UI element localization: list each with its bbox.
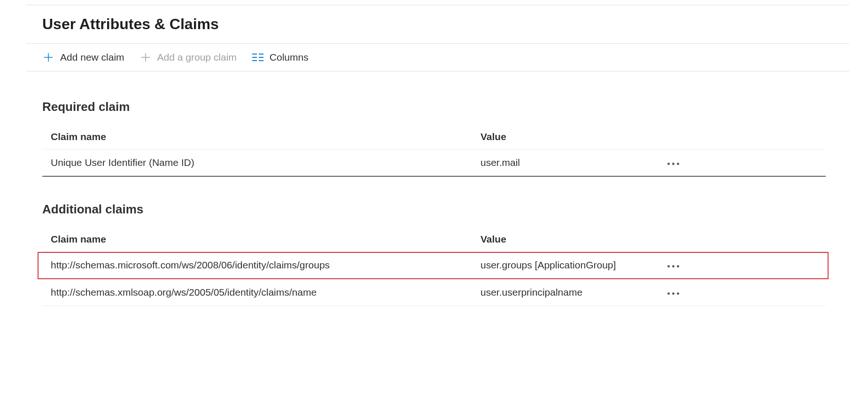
more-icon — [667, 265, 679, 267]
claim-name-cell: Unique User Identifier (Name ID) — [51, 157, 480, 168]
columns-button[interactable]: Columns — [252, 51, 309, 63]
column-header-value: Value — [480, 131, 659, 142]
add-group-claim-label: Add a group claim — [157, 52, 237, 63]
column-header-value: Value — [480, 234, 659, 245]
add-new-claim-button[interactable]: Add new claim — [42, 51, 124, 63]
row-more-button[interactable] — [664, 287, 683, 298]
column-header-claim-name: Claim name — [51, 131, 480, 142]
add-new-claim-label: Add new claim — [60, 52, 124, 63]
claim-value-cell: user.groups [ApplicationGroup] — [480, 259, 659, 271]
more-icon — [667, 292, 679, 295]
columns-label: Columns — [270, 52, 309, 63]
row-more-button[interactable] — [664, 260, 683, 271]
claim-value-cell: user.mail — [480, 157, 659, 168]
toolbar: Add new claim Add a group claim — [42, 51, 849, 63]
add-group-claim-button: Add a group claim — [140, 51, 237, 63]
table-row[interactable]: Unique User Identifier (Name ID) user.ma… — [42, 149, 826, 177]
table-row[interactable]: http://schemas.xmlsoap.org/ws/2005/05/id… — [42, 279, 826, 306]
plus-icon — [140, 51, 152, 63]
columns-icon — [252, 51, 264, 63]
plus-icon — [42, 51, 54, 63]
table-row[interactable]: http://schemas.microsoft.com/ws/2008/06/… — [38, 252, 829, 279]
required-claim-section: Required claim Claim name Value Unique U… — [42, 100, 826, 177]
claim-name-cell: http://schemas.xmlsoap.org/ws/2005/05/id… — [51, 287, 480, 298]
page-title: User Attributes & Claims — [0, 5, 868, 43]
column-header-claim-name: Claim name — [51, 234, 480, 245]
required-claim-title: Required claim — [42, 100, 826, 114]
claim-name-cell: http://schemas.microsoft.com/ws/2008/06/… — [51, 259, 480, 271]
more-icon — [667, 163, 679, 165]
row-more-button[interactable] — [664, 157, 683, 168]
claim-value-cell: user.userprincipalname — [480, 287, 659, 298]
additional-claims-title: Additional claims — [42, 202, 826, 217]
additional-claims-section: Additional claims Claim name Value http:… — [42, 202, 826, 306]
